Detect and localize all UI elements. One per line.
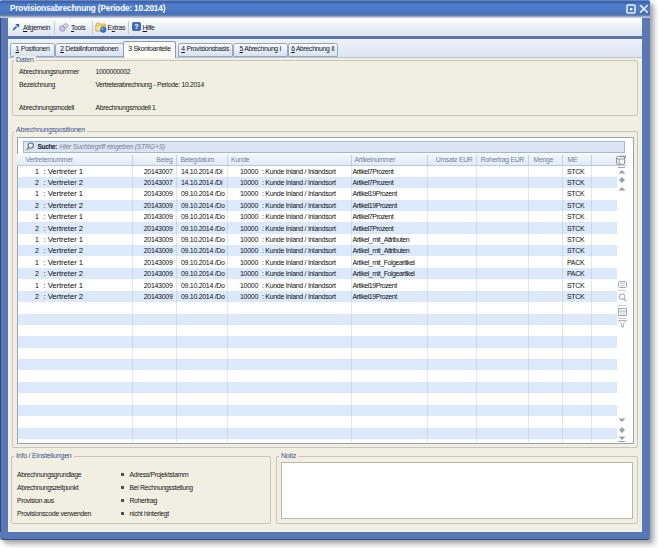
svg-text:?: ? (134, 23, 138, 30)
